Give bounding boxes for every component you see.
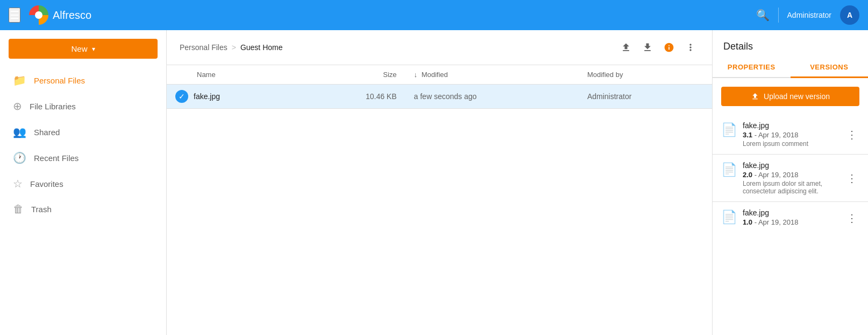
header-left: ☰ Alfresco <box>9 5 91 25</box>
file-name-cell: ✓ fake.jpg <box>167 85 301 109</box>
version-info-2-0: fake.jpg 2.0 - Apr 19, 2018 Lorem ipsum … <box>743 161 839 195</box>
sidebar-label-file-libraries: File Libraries <box>30 102 76 111</box>
header-right: 🔍 Administrator A <box>756 5 859 25</box>
main-content: Personal Files > Guest Home <box>167 30 712 335</box>
sidebar-item-shared[interactable]: 👥 Shared <box>0 119 166 145</box>
version-item-3-1: 📄 fake.jpg 3.1 - Apr 19, 2018 Lorem ipsu… <box>713 115 868 155</box>
search-button[interactable]: 🔍 <box>756 9 770 22</box>
logo-icon <box>29 5 48 25</box>
version-meta-2-0: 2.0 - Apr 19, 2018 <box>743 171 839 179</box>
sidebar-item-trash[interactable]: 🗑 Trash <box>0 197 166 222</box>
table-row[interactable]: ✓ fake.jpg 10.46 KB a few seconds ago Ad… <box>167 85 712 109</box>
version-number-1-0: 1.0 <box>743 218 752 226</box>
star-icon: ☆ <box>13 177 23 190</box>
version-date-3-1: Apr 19, 2018 <box>758 131 798 139</box>
version-item-2-0: 📄 fake.jpg 2.0 - Apr 19, 2018 Lorem ipsu… <box>713 155 868 202</box>
new-button-label: New <box>71 44 87 53</box>
col-header-modified-by[interactable]: Modified by <box>579 65 712 85</box>
sidebar-item-recent-files[interactable]: 🕐 Recent Files <box>0 145 166 171</box>
version-number-3-1: 3.1 <box>743 131 752 139</box>
logo-text: Alfresco <box>53 9 91 22</box>
version-item-1-0: 📄 fake.jpg 1.0 - Apr 19, 2018 ⋮ <box>713 202 868 234</box>
breadcrumb-parent[interactable]: Personal Files <box>180 43 227 52</box>
upload-new-version-label: Upload new version <box>764 92 830 101</box>
version-info-1-0: fake.jpg 1.0 - Apr 19, 2018 <box>743 208 839 227</box>
version-comment-2-0: Lorem ipsum dolor sit amet, consectetur … <box>743 180 839 195</box>
details-panel: Details PROPERTIES VERSIONS Upload new v… <box>712 30 868 335</box>
download-button[interactable] <box>639 39 656 56</box>
header-divider <box>778 8 779 23</box>
user-name-label: Administrator <box>787 11 831 19</box>
version-comment-3-1: Lorem ipsum comment <box>743 140 839 148</box>
upload-new-version-button[interactable]: Upload new version <box>721 87 859 106</box>
col-header-name[interactable]: Name <box>167 65 301 85</box>
version-meta-1-0: 1.0 - Apr 19, 2018 <box>743 218 839 226</box>
file-size: 10.46 KB <box>301 85 405 109</box>
breadcrumb-current: Guest Home <box>240 43 283 52</box>
globe-icon: ⊕ <box>13 100 22 113</box>
sidebar-label-shared: Shared <box>34 128 60 137</box>
logo: Alfresco <box>29 5 91 25</box>
version-filename-3-1: fake.jpg <box>743 121 839 130</box>
sidebar: New ▾ 📁 Personal Files ⊕ File Libraries … <box>0 30 167 335</box>
file-icon-1-0: 📄 <box>721 210 737 225</box>
sidebar-item-personal-files[interactable]: 📁 Personal Files <box>0 67 166 93</box>
upload-button[interactable] <box>617 39 635 56</box>
new-button-arrow: ▾ <box>92 45 95 53</box>
sidebar-label-favorites: Favorites <box>30 179 63 189</box>
version-meta-3-1: 3.1 - Apr 19, 2018 <box>743 131 839 139</box>
sidebar-label-personal-files: Personal Files <box>34 76 85 85</box>
hamburger-menu-button[interactable]: ☰ <box>9 8 20 23</box>
folder-icon: 📁 <box>13 74 26 87</box>
col-header-modified[interactable]: ↓ Modified <box>405 65 579 85</box>
col-header-size[interactable]: Size <box>301 65 405 85</box>
version-filename-1-0: fake.jpg <box>743 208 839 217</box>
version-number-2-0: 2.0 <box>743 171 752 179</box>
details-title: Details <box>713 30 868 58</box>
version-date-1-0: Apr 19, 2018 <box>758 218 798 226</box>
tab-versions[interactable]: VERSIONS <box>791 58 869 78</box>
version-more-button-2-0[interactable]: ⋮ <box>844 172 859 185</box>
app-header: ☰ Alfresco 🔍 Administrator A <box>0 0 868 30</box>
clock-icon: 🕐 <box>13 151 26 164</box>
breadcrumb-separator: > <box>232 43 236 52</box>
more-actions-button[interactable] <box>682 39 699 56</box>
sidebar-label-recent-files: Recent Files <box>34 153 79 163</box>
details-tabs: PROPERTIES VERSIONS <box>713 58 868 78</box>
info-button[interactable] <box>660 39 678 56</box>
logo-inner <box>35 11 42 19</box>
new-button[interactable]: New ▾ <box>9 39 158 59</box>
file-modified-by: Administrator <box>579 85 712 109</box>
version-more-button-3-1[interactable]: ⋮ <box>844 128 859 141</box>
tab-properties[interactable]: PROPERTIES <box>713 58 791 77</box>
sort-arrow-icon: ↓ <box>414 71 418 79</box>
toolbar-actions <box>617 39 699 56</box>
breadcrumb: Personal Files > Guest Home <box>180 43 282 52</box>
file-icon-3-1: 📄 <box>721 122 737 137</box>
selection-check-icon[interactable]: ✓ <box>175 90 188 103</box>
version-date-2-0: Apr 19, 2018 <box>758 171 798 179</box>
trash-icon: 🗑 <box>13 203 24 215</box>
version-list: 📄 fake.jpg 3.1 - Apr 19, 2018 Lorem ipsu… <box>713 115 868 234</box>
file-icon-2-0: 📄 <box>721 162 737 177</box>
sidebar-item-file-libraries[interactable]: ⊕ File Libraries <box>0 93 166 119</box>
people-icon: 👥 <box>13 125 26 138</box>
file-name: fake.jpg <box>194 92 220 101</box>
version-more-button-1-0[interactable]: ⋮ <box>844 212 859 225</box>
file-table: Name Size ↓ Modified Modified by <box>167 65 712 109</box>
version-info-3-1: fake.jpg 3.1 - Apr 19, 2018 Lorem ipsum … <box>743 121 839 148</box>
file-modified: a few seconds ago <box>405 85 579 109</box>
version-filename-2-0: fake.jpg <box>743 161 839 170</box>
avatar[interactable]: A <box>840 5 859 25</box>
main-layout: New ▾ 📁 Personal Files ⊕ File Libraries … <box>0 30 868 335</box>
sidebar-item-favorites[interactable]: ☆ Favorites <box>0 171 166 197</box>
content-toolbar: Personal Files > Guest Home <box>167 30 712 65</box>
sidebar-label-trash: Trash <box>31 205 52 214</box>
